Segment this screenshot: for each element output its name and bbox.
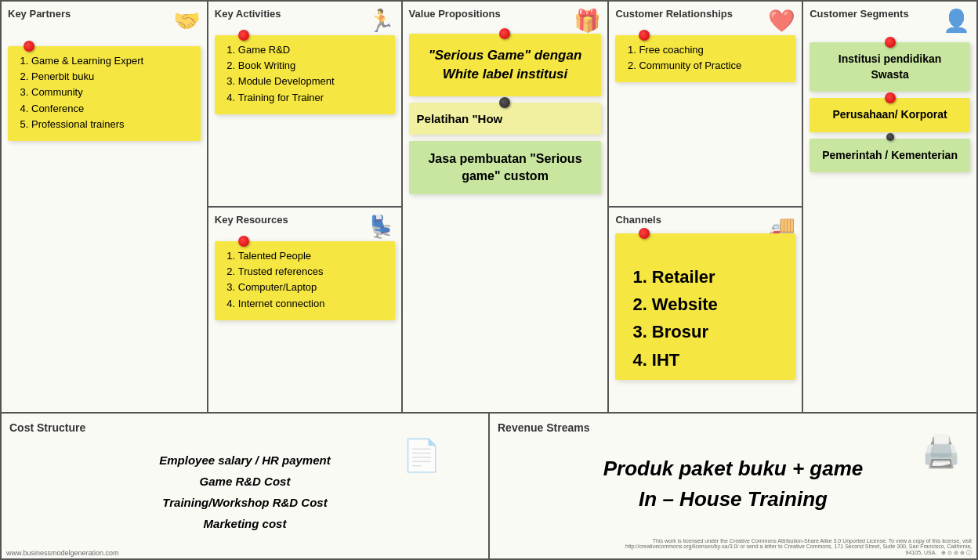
cr-item-2: Community of Practice [639,59,786,73]
key-activities-cell: Key Activities 🏃 Game R&D Book Writing M… [208,2,401,208]
kr-item-2: Trusted references [238,265,386,279]
pin-cs1 [885,37,896,48]
revenue-item-1: Produk paket buku + game [498,453,969,484]
kr-item-3: Computer/Laptop [238,280,386,294]
value-propositions-title: Value Propositions [409,8,602,20]
cr-icon: ❤️ [768,8,795,34]
key-resources-cell: Key Resources 💺 Talented People Trusted … [208,208,401,412]
pin-key-partners [24,41,34,52]
key-partners-cell: Key Partners 🤝 Game & Learning Expert Pe… [2,2,208,412]
key-activities-list: Game R&D Book Writing Module Development… [224,43,386,105]
ka-item-4: Training for Trainer [238,91,386,105]
pin-vp2 [499,97,510,108]
vp-sticky2-wrapper: Pelatihan "How [409,103,602,135]
cr-item-1: Free coaching [639,43,786,57]
kp-item-5: Professional trainers [31,117,191,132]
revenue-item-2: In – House Training [498,484,969,515]
key-partners-icon: 🤝 [173,8,201,34]
ka-item-1: Game R&D [238,43,386,57]
pin-key-activities [238,30,249,41]
ch-item-3: 3. Brosur [632,318,786,345]
cr-list: Free coaching Community of Practice [625,43,786,73]
cost-structure-title: Cost Structure [9,421,480,434]
key-partners-list: Game & Learning Expert Penerbit buku Com… [17,54,191,132]
channels-list: 1. Retailer 2. Website 3. Brosur 4. IHT [625,263,786,374]
vp-sticky3-wrapper: Jasa pembuatan "Serious game" custom [409,141,602,195]
kr-item-4: Internet connection [238,297,386,311]
vp-stickies: "Serious Game" dengan White label instit… [409,34,602,194]
ch-item-2: 2. Website [632,291,786,318]
vp-sticky1: "Serious Game" dengan White label instit… [409,34,602,96]
kp-item-4: Conference [31,102,191,116]
key-partners-title: Key Partners [8,8,201,20]
revenue-icon: 🖨️ [922,433,961,470]
kp-item-2: Penerbit buku [31,70,191,84]
cost-icon: 📄 [402,437,441,474]
key-activities-icon: 🏃 [368,8,395,34]
kp-item-1: Game & Learning Expert [31,54,191,68]
cs-stickies: Institusi pendidikan Swasta Perusahaan/ … [810,42,970,172]
key-activities-sticky-wrapper: Game R&D Book Writing Module Development… [215,35,395,114]
top-section: Key Partners 🤝 Game & Learning Expert Pe… [2,2,976,414]
cost-item-4: Marketing cost [9,513,480,534]
footer-right: This work is licensed under the Creative… [619,538,972,557]
key-resources-sticky: Talented People Trusted references Compu… [215,241,395,320]
pin-key-resources [238,236,249,247]
key-resources-sticky-wrapper: Talented People Trusted references Compu… [215,241,395,320]
vp-sticky1-wrapper: "Serious Game" dengan White label instit… [409,34,602,96]
footer-left: www.businessmodelgeneration.com [6,549,119,557]
customer-relationships-cell: Customer Relationships ❤️ Free coaching … [609,2,802,208]
key-partners-sticky-wrapper: Game & Learning Expert Penerbit buku Com… [8,46,201,141]
vp-sticky3: Jasa pembuatan "Serious game" custom [409,141,602,195]
cost-item-3: Training/Workshop R&D Cost [9,492,480,513]
pin-vp1 [499,28,510,39]
key-activities-container: Key Activities 🏃 Game R&D Book Writing M… [208,2,403,412]
revenue-items: Produk paket buku + game In – House Trai… [498,453,969,515]
pin-cs3 [886,133,894,141]
bottom-section: Cost Structure 📄 Employee salary / HR pa… [2,414,976,558]
key-resources-list: Talented People Trusted references Compu… [224,249,386,311]
value-propositions-icon: 🎁 [574,8,601,34]
canvas-wrapper: Key Partners 🤝 Game & Learning Expert Pe… [0,0,978,560]
channels-sticky: 1. Retailer 2. Website 3. Brosur 4. IHT [615,233,795,380]
cs-sticky3: Pemerintah / Kementerian [810,139,970,173]
cs-sticky3-wrapper: Pemerintah / Kementerian [810,139,970,173]
value-propositions-cell: Value Propositions 🎁 "Serious Game" deng… [403,2,610,412]
cs-icon: 👤 [943,8,970,34]
cr-sticky: Free coaching Community of Practice [615,35,795,82]
ch-item-1: 1. Retailer [632,263,786,291]
pin-cs2 [885,92,896,103]
kr-item-1: Talented People [238,249,386,263]
ch-item-4: 4. IHT [632,346,786,374]
cs-sticky2-wrapper: Perusahaan/ Korporat [810,98,970,132]
channels-sticky-wrapper: 1. Retailer 2. Website 3. Brosur 4. IHT [615,233,795,380]
cr-sticky-wrapper: Free coaching Community of Practice [615,35,795,82]
key-activities-sticky: Game R&D Book Writing Module Development… [215,35,395,114]
kp-item-3: Community [31,85,191,99]
cs-sticky1: Institusi pendidikan Swasta [810,42,970,92]
ka-item-3: Module Development [238,74,386,89]
cost-item-2: Game R&D Cost [9,471,480,492]
key-resources-icon: 💺 [368,214,395,240]
cost-structure-cell: Cost Structure 📄 Employee salary / HR pa… [2,414,490,558]
footer-right-text: This work is licensed under the Creative… [625,538,972,555]
channels-cell: Channels 🚚 1. Retailer 2. Website 3. Bro… [609,208,802,412]
revenue-streams-title: Revenue Streams [498,421,969,434]
revenue-streams-cell: Revenue Streams 🖨️ Produk paket buku + g… [490,414,976,558]
customer-segments-cell: Customer Segments 👤 Institusi pendidikan… [803,2,976,412]
cr-channels-container: Customer Relationships ❤️ Free coaching … [609,2,803,412]
cc-icons: ⊕ ⊙ ⊘ ⊛ ⓘ [941,550,972,555]
ka-item-2: Book Writing [238,59,386,73]
key-partners-sticky: Game & Learning Expert Penerbit buku Com… [8,46,201,141]
cs-sticky1-wrapper: Institusi pendidikan Swasta [810,42,970,92]
